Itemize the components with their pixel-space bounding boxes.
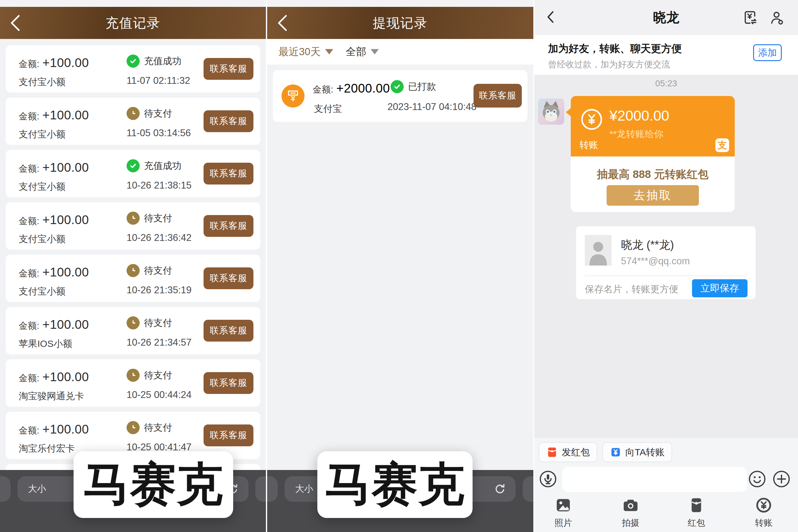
contact-support-button[interactable]: 联系客服: [204, 320, 253, 342]
record-method: 支付宝小额: [19, 285, 65, 298]
record-status: 待支付: [144, 369, 172, 382]
record-amount: 金额:+100.00: [19, 213, 89, 228]
transfer-to-ta-chip[interactable]: 向TA转账: [602, 442, 672, 462]
pending-clock-icon: [127, 316, 140, 329]
recharge-record-row: 金额:+100.00 支付宝小额 待支付 10-26 21:36:42 联系客服: [6, 202, 260, 250]
record-status: 待支付: [144, 212, 172, 225]
yuan-transfer-icon: [610, 446, 622, 458]
emoji-icon[interactable]: [748, 470, 766, 488]
camera-icon: [622, 496, 639, 514]
contact-profile-icon[interactable]: [768, 10, 784, 25]
record-time: 10-26 21:36:42: [127, 232, 192, 243]
mosaic-overlay: 马赛克: [317, 451, 473, 518]
contact-name: 晓龙 (**龙): [621, 238, 674, 253]
adjacent-tab-fragment: [523, 476, 533, 502]
success-icon: [391, 80, 404, 93]
page-title: 充值记录: [0, 14, 266, 32]
pending-clock-icon: [127, 421, 140, 434]
record-time: 10-26 21:35:19: [127, 285, 192, 296]
transaction-record-icon[interactable]: [742, 10, 758, 25]
recharge-record-row: 金额:+100.00 支付宝小额 待支付 11-05 03:14:56 联系客服: [6, 98, 260, 145]
contact-support-button[interactable]: 联系客服: [204, 58, 253, 80]
cat-avatar[interactable]: [538, 98, 564, 125]
adjacent-tab-fragment: [267, 476, 278, 502]
text-size-button[interactable]: 大小: [295, 483, 313, 495]
text-size-button[interactable]: 大小: [28, 483, 46, 495]
record-method: 支付宝小额: [19, 128, 65, 141]
adjacent-tab-fragment: [0, 476, 11, 502]
record-method: 淘宝骏网通兑卡: [19, 390, 84, 403]
add-friend-button[interactable]: 添加: [753, 44, 782, 61]
transfer-amount: ¥2000.00: [609, 107, 669, 124]
record-amount: 金额:+100.00: [19, 56, 89, 71]
toolbar-photos[interactable]: 照片: [545, 496, 582, 529]
divider: [585, 276, 747, 276]
save-now-button[interactable]: 立即保存: [692, 279, 747, 297]
recharge-record-row: 金额:+100.00 支付宝小额 充值成功 10-26 21:38:15 联系客…: [6, 150, 260, 197]
transfer-icon: [755, 496, 773, 514]
contact-email: 574***@qq.com: [621, 255, 690, 267]
send-red-packet-chip[interactable]: 发红包: [539, 442, 597, 462]
alipay-logo: 支: [716, 138, 729, 152]
message-input[interactable]: [562, 467, 747, 492]
record-status: 待支付: [144, 317, 172, 329]
draw-red-packet-button[interactable]: 去抽取: [607, 185, 699, 206]
withdraw-method-icon: [282, 84, 305, 108]
record-method: 苹果IOS小额: [19, 338, 72, 350]
record-amount: 金额:+100.00: [19, 108, 89, 123]
record-method: 支付宝小额: [19, 180, 65, 193]
red-envelope-icon: [688, 496, 705, 514]
mosaic-overlay: 马赛克: [74, 451, 233, 518]
contact-support-button[interactable]: 联系客服: [204, 163, 253, 185]
pending-clock-icon: [127, 212, 140, 225]
banner-subtitle: 曾经收过款，加为好友方便交流: [548, 59, 670, 71]
transfer-message-bubble[interactable]: ¥2000.00 **龙转账给你 转账 支 抽最高 888 元转账红包 去抽取: [571, 96, 735, 212]
toolbar-transfer[interactable]: 转账: [745, 496, 782, 529]
date-range-filter[interactable]: 最近30天: [278, 45, 333, 59]
contact-support-button[interactable]: 联系客服: [204, 424, 253, 446]
record-amount: 金额:+100.00: [19, 318, 89, 332]
pending-clock-icon: [127, 369, 140, 382]
record-time: 2023-11-07 04:10:48: [387, 101, 477, 113]
record-status: 已打款: [408, 80, 436, 93]
contact-support-button[interactable]: 联系客服: [204, 267, 253, 289]
message-timestamp: 05:23: [534, 78, 798, 89]
contact-support-button[interactable]: 联系客服: [204, 110, 253, 132]
contact-support-button[interactable]: 联系客服: [204, 215, 253, 237]
withdraw-record-row: 金额:+2000.00 支付宝 已打款 2023-11-07 04:10:48 …: [273, 70, 528, 122]
record-status: 待支付: [144, 107, 172, 120]
recharge-header: 充值记录: [0, 7, 266, 39]
recharge-record-row: 金额:+100.00 支付宝小额 充值成功 11-07 02:11:32 联系客…: [6, 45, 260, 93]
red-envelope-icon: [546, 446, 558, 458]
filter-bar: 最近30天 全部: [267, 39, 533, 64]
person-placeholder-icon: [585, 235, 612, 266]
recharge-record-row: 金额:+100.00 苹果IOS小额 待支付 10-26 21:34:57 联系…: [6, 307, 260, 354]
contact-card: 晓龙 (**龙) 574***@qq.com 保存名片，转账更方便 立即保存: [576, 226, 756, 299]
photo-icon: [554, 496, 572, 514]
more-actions-icon[interactable]: [773, 470, 791, 488]
record-status: 充值成功: [144, 159, 182, 172]
contact-support-button[interactable]: 联系客服: [204, 372, 253, 394]
record-amount: 金额:+2000.00: [313, 81, 390, 96]
contact-support-button[interactable]: 联系客服: [474, 84, 522, 108]
toolbar-red-packet[interactable]: 红包: [678, 496, 715, 529]
success-icon: [127, 55, 140, 68]
chat-title: 晓龙: [534, 9, 798, 26]
record-method: 支付宝小额: [19, 76, 65, 89]
save-card-hint: 保存名片，转账更方便: [585, 283, 678, 296]
voice-input-icon[interactable]: [539, 470, 557, 488]
add-friend-banner: 加为好友，转账、聊天更方便 曾经收过款，加为好友方便交流 添加: [534, 35, 798, 75]
recharge-record-row: 金额:+100.00 淘宝骏网通兑卡 待支付 10-25 00:44:24 联系…: [6, 359, 260, 407]
red-packet-promo-text: 抽最高 888 元转账红包: [571, 167, 735, 182]
success-icon: [127, 159, 140, 172]
record-status: 待支付: [144, 421, 172, 434]
transfer-type-label: 转账: [580, 139, 598, 151]
reload-icon[interactable]: [493, 482, 507, 496]
alipay-chat-screen: 晓龙 加为好友，转账、聊天更方便 曾经收过款，加为好友方便交流 添加 05:23: [534, 0, 798, 532]
chat-input-panel: 发红包 向TA转账 照片: [534, 438, 798, 532]
screenshot-canvas: 充值记录 金额:+100.00 支付宝小额 充值成功 11-07 02:11:3…: [0, 0, 798, 532]
transfer-note: **龙转账给你: [609, 128, 663, 140]
record-method: 支付宝小额: [19, 233, 65, 246]
toolbar-camera[interactable]: 拍摄: [612, 496, 649, 529]
type-filter[interactable]: 全部: [346, 45, 379, 59]
